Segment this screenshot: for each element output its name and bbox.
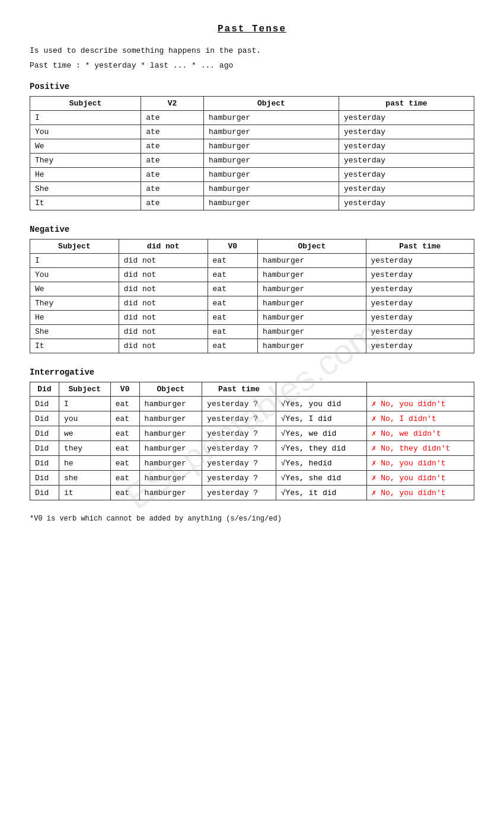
table-cell: it [59, 486, 110, 500]
table-cell: √Yes, you did [276, 397, 366, 411]
table-cell: eat [208, 325, 258, 339]
positive-header-subject: Subject [30, 97, 141, 111]
table-cell: hamburger [203, 111, 339, 125]
table-cell: yesterday [339, 111, 474, 125]
interrogative-header-past-time: Past time [202, 382, 276, 397]
table-cell: eat [208, 311, 258, 325]
table-cell: ✗ No, you didn't [366, 486, 474, 500]
interrogative-title: Interrogative [30, 368, 474, 377]
table-cell: Did [30, 411, 59, 426]
table-row: Weatehamburgeryesterday [30, 139, 474, 154]
table-cell: did not [119, 282, 208, 296]
table-cell: hamburger [139, 397, 202, 411]
table-cell: hamburger [203, 154, 339, 168]
table-cell: yesterday ? [202, 441, 276, 456]
table-cell: Did [30, 486, 59, 500]
table-cell: ✗ No, you didn't [366, 456, 474, 471]
negative-header-past-time: Past time [366, 240, 474, 254]
table-cell: Did [30, 441, 59, 456]
negative-section: Negative Subject did not V0 Object Past … [30, 225, 474, 353]
table-cell: She [30, 325, 119, 339]
table-cell: yesterday ? [202, 456, 276, 471]
table-row: Sheatehamburgeryesterday [30, 182, 474, 196]
table-row: Itatehamburgeryesterday [30, 196, 474, 210]
table-row: Didweeathamburgeryesterday ?√Yes, we did… [30, 426, 474, 441]
table-cell: eat [110, 426, 139, 441]
table-row: Heatehamburgeryesterday [30, 168, 474, 182]
table-cell: yesterday [366, 254, 474, 268]
table-cell: ✗ No, they didn't [366, 441, 474, 456]
table-cell: ate [141, 139, 204, 154]
table-cell: hamburger [258, 311, 366, 325]
table-cell: ate [141, 168, 204, 182]
interrogative-header-yes [276, 382, 366, 397]
negative-header-subject: Subject [30, 240, 119, 254]
table-cell: ate [141, 196, 204, 210]
table-row: Itdid noteathamburgeryesterday [30, 339, 474, 353]
table-cell: √Yes, it did [276, 486, 366, 500]
table-cell: yesterday [366, 325, 474, 339]
table-cell: yesterday ? [202, 411, 276, 426]
negative-table: Subject did not V0 Object Past time Idid… [30, 239, 474, 353]
table-row: Didyoueathamburgeryesterday ?√Yes, I did… [30, 411, 474, 426]
table-cell: eat [110, 486, 139, 500]
table-cell: Did [30, 471, 59, 486]
table-row: Diditeathamburgeryesterday ?√Yes, it did… [30, 486, 474, 500]
table-cell: eat [110, 456, 139, 471]
table-cell: Did [30, 426, 59, 441]
table-cell: hamburger [258, 268, 366, 282]
table-cell: we [59, 426, 110, 441]
interrogative-header-subject: Subject [59, 382, 110, 397]
interrogative-section: Interrogative Did Subject V0 Object Past… [30, 368, 474, 500]
table-cell: hamburger [258, 325, 366, 339]
table-cell: did not [119, 296, 208, 311]
interrogative-table: Did Subject V0 Object Past time DidIeath… [30, 382, 474, 500]
table-cell: hamburger [139, 486, 202, 500]
table-cell: ✗ No, you didn't [366, 397, 474, 411]
table-row: Didtheyeathamburgeryesterday ?√Yes, they… [30, 441, 474, 456]
interrogative-header-did: Did [30, 382, 59, 397]
negative-header-did-not: did not [119, 240, 208, 254]
table-cell: yesterday [366, 268, 474, 282]
table-cell: √Yes, they did [276, 441, 366, 456]
table-cell: eat [110, 441, 139, 456]
table-cell: hamburger [203, 182, 339, 196]
table-cell: He [30, 311, 119, 325]
table-row: Wedid noteathamburgeryesterday [30, 282, 474, 296]
table-cell: he [59, 456, 110, 471]
table-cell: yesterday [366, 339, 474, 353]
table-cell: hamburger [258, 282, 366, 296]
table-cell: ✗ No, we didn't [366, 426, 474, 441]
table-cell: He [30, 168, 141, 182]
table-cell: she [59, 471, 110, 486]
table-cell: hamburger [203, 196, 339, 210]
table-cell: did not [119, 339, 208, 353]
positive-section: Positive Subject V2 Object past time Iat… [30, 82, 474, 210]
table-cell: yesterday [339, 125, 474, 139]
table-cell: did not [119, 268, 208, 282]
table-cell: yesterday ? [202, 471, 276, 486]
table-row: Idid noteathamburgeryesterday [30, 254, 474, 268]
positive-header-object: Object [203, 97, 339, 111]
table-cell: hamburger [258, 254, 366, 268]
negative-header-v0: V0 [208, 240, 258, 254]
table-cell: ate [141, 111, 204, 125]
table-row: Shedid noteathamburgeryesterday [30, 325, 474, 339]
table-row: Didheeathamburgeryesterday ?√Yes, hedid✗… [30, 456, 474, 471]
table-cell: did not [119, 311, 208, 325]
table-cell: eat [208, 339, 258, 353]
table-cell: yesterday ? [202, 426, 276, 441]
table-cell: Did [30, 456, 59, 471]
table-cell: ✗ No, I didn't [366, 411, 474, 426]
table-cell: eat [208, 282, 258, 296]
interrogative-header-object: Object [139, 382, 202, 397]
table-row: Youatehamburgeryesterday [30, 125, 474, 139]
table-cell: yesterday [339, 139, 474, 154]
table-cell: yesterday [339, 182, 474, 196]
table-cell: yesterday [339, 196, 474, 210]
table-cell: ate [141, 154, 204, 168]
table-cell: It [30, 196, 141, 210]
past-time-line: Past time : * yesterday * last ... * ...… [30, 61, 474, 70]
table-cell: √Yes, I did [276, 411, 366, 426]
table-cell: eat [208, 296, 258, 311]
